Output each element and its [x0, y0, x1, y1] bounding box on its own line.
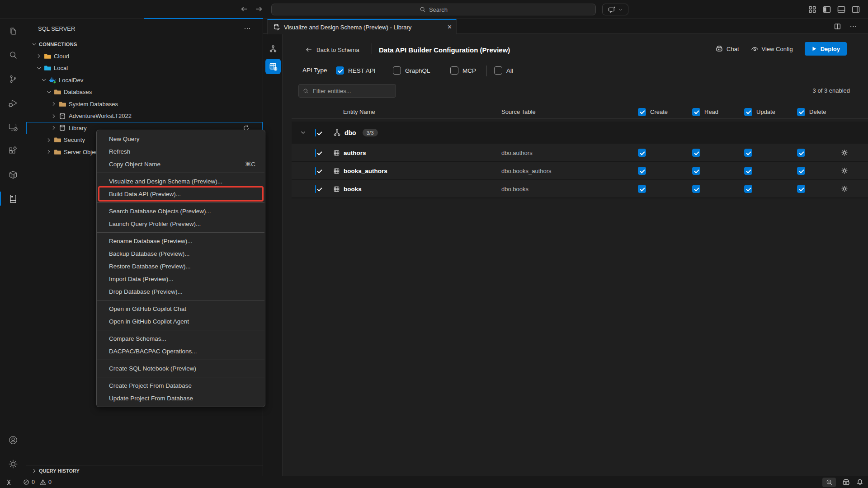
- delete-all-checkbox[interactable]: [797, 108, 805, 116]
- books-create-checkbox[interactable]: [638, 185, 646, 193]
- activity-explorer[interactable]: [0, 19, 26, 43]
- activity-run-debug[interactable]: [0, 91, 26, 115]
- all-checkbox[interactable]: [494, 66, 502, 75]
- connections-section-header[interactable]: CONNECTIONS: [26, 38, 263, 50]
- gear-icon[interactable]: [836, 149, 868, 156]
- chevron-right-icon: [45, 137, 52, 143]
- books-authors-create-checkbox[interactable]: [638, 167, 646, 175]
- authors-delete-checkbox[interactable]: [797, 149, 805, 157]
- mcp-option[interactable]: MCP: [450, 66, 476, 75]
- all-option[interactable]: All: [494, 66, 513, 75]
- menu-item-create-sql-notebook[interactable]: Create SQL Notebook (Preview): [97, 362, 265, 375]
- remote-indicator-icon[interactable]: [5, 479, 12, 486]
- split-editor-icon[interactable]: [834, 23, 841, 30]
- menu-item-open-copilot-agent[interactable]: Open in GitHub Copilot Agent: [97, 315, 265, 328]
- books-authors-update-checkbox[interactable]: [744, 167, 752, 175]
- chevron-down-icon[interactable]: [292, 129, 312, 136]
- books-delete-checkbox[interactable]: [797, 185, 805, 193]
- menu-item-launch-query-profiler[interactable]: Launch Query Profiler (Preview)...: [97, 217, 265, 230]
- menu-item-import-data[interactable]: Import Data (Preview)...: [97, 272, 265, 285]
- problems-indicator[interactable]: 0 0: [23, 479, 52, 485]
- tab-visualize-design-schema[interactable]: Visualize and Design Schema (Preview) - …: [267, 19, 457, 34]
- books-update-checkbox[interactable]: [744, 185, 752, 193]
- menu-item-new-query[interactable]: New Query: [97, 132, 265, 145]
- gear-icon[interactable]: [836, 167, 868, 174]
- data-api-builder-tool-icon[interactable]: [265, 59, 281, 74]
- back-to-schema-button[interactable]: Back to Schema: [305, 43, 359, 56]
- menu-item-compare-schemas[interactable]: Compare Schemas...: [97, 332, 265, 345]
- menu-item-search-database-objects[interactable]: Search Database Objects (Preview)...: [97, 205, 265, 217]
- mcp-checkbox[interactable]: [450, 66, 458, 75]
- gear-icon[interactable]: [836, 185, 868, 192]
- chat-button[interactable]: Chat: [715, 45, 739, 53]
- authors-update-checkbox[interactable]: [744, 149, 752, 157]
- schema-diagram-tool-icon[interactable]: [269, 45, 277, 53]
- toggle-secondary-sidebar-icon[interactable]: [851, 5, 860, 14]
- books-read-checkbox[interactable]: [692, 185, 700, 193]
- create-all-checkbox[interactable]: [638, 108, 646, 116]
- table-row-authors[interactable]: authors dbo.authors: [292, 144, 868, 162]
- tree-item-databases[interactable]: Databases: [26, 86, 263, 99]
- menu-item-dacpac-bacpac[interactable]: DACPAC/BACPAC Operations...: [97, 345, 265, 357]
- activity-account[interactable]: [0, 428, 26, 452]
- toggle-primary-sidebar-icon[interactable]: [822, 5, 831, 14]
- books-authors-read-checkbox[interactable]: [692, 167, 700, 175]
- activity-remote-explorer[interactable]: [0, 115, 26, 139]
- view-config-button[interactable]: View Config: [751, 45, 793, 53]
- notifications-bell-icon[interactable]: [856, 479, 863, 486]
- books-authors-delete-checkbox[interactable]: [797, 167, 805, 175]
- more-actions-icon[interactable]: [849, 23, 857, 30]
- rest-api-checkbox[interactable]: [336, 66, 344, 75]
- tree-item-localdev[interactable]: LocalDev: [26, 74, 263, 86]
- authors-checkbox[interactable]: [315, 149, 316, 157]
- dbo-checkbox[interactable]: [315, 129, 316, 136]
- close-icon[interactable]: ×: [448, 23, 452, 31]
- menu-item-drop-database[interactable]: Drop Database (Preview)...: [97, 285, 265, 298]
- schema-group-row-dbo[interactable]: dbo 3/3: [292, 122, 868, 144]
- authors-create-checkbox[interactable]: [638, 149, 646, 157]
- activity-source-control[interactable]: [0, 67, 26, 91]
- menu-item-create-project[interactable]: Create Project From Database: [97, 379, 265, 392]
- tree-item-local[interactable]: Local: [26, 62, 263, 75]
- table-row-books-authors[interactable]: books_authors dbo.books_authors: [292, 162, 868, 180]
- books-authors-checkbox[interactable]: [315, 167, 316, 175]
- deploy-button[interactable]: Deploy: [805, 42, 847, 56]
- activity-settings[interactable]: [0, 452, 26, 476]
- zoom-indicator[interactable]: [822, 478, 836, 487]
- graphql-checkbox[interactable]: [393, 66, 401, 75]
- filter-entities-input[interactable]: [312, 87, 393, 95]
- activity-search[interactable]: [0, 43, 26, 67]
- rest-api-option[interactable]: REST API: [336, 66, 376, 75]
- graphql-option[interactable]: GraphQL: [393, 66, 430, 75]
- menu-item-open-copilot-chat[interactable]: Open in GitHub Copilot Chat: [97, 302, 265, 315]
- menu-item-refresh[interactable]: Refresh: [97, 145, 265, 158]
- copilot-status-icon[interactable]: [842, 478, 850, 487]
- menu-item-copy-object-name[interactable]: Copy Object Name⌘C: [97, 158, 265, 170]
- menu-item-backup-database[interactable]: Backup Database (Preview)...: [97, 247, 265, 260]
- query-history-section-header[interactable]: QUERY HISTORY: [26, 465, 263, 476]
- menu-item-restore-database[interactable]: Restore Database (Preview)...: [97, 260, 265, 272]
- menu-item-rename-database[interactable]: Rename Database (Preview)...: [97, 235, 265, 247]
- authors-read-checkbox[interactable]: [692, 149, 700, 157]
- forward-arrow-icon[interactable]: [255, 5, 263, 13]
- copilot-chat-button[interactable]: [602, 4, 628, 15]
- menu-item-build-data-api[interactable]: Build Data API (Preview)...: [97, 188, 265, 200]
- activity-extensions[interactable]: [0, 139, 26, 163]
- back-arrow-icon[interactable]: [240, 5, 248, 13]
- update-all-checkbox[interactable]: [744, 108, 752, 116]
- filter-entities-field[interactable]: [298, 84, 396, 98]
- table-row-books[interactable]: books dbo.books: [292, 180, 868, 198]
- read-all-checkbox[interactable]: [692, 108, 700, 116]
- activity-sql-server[interactable]: [0, 187, 26, 211]
- toggle-panel-icon[interactable]: [837, 5, 846, 14]
- activity-containers[interactable]: [0, 163, 26, 187]
- tree-item-adventureworks[interactable]: AdventureWorksLT2022: [26, 110, 263, 122]
- menu-item-update-project[interactable]: Update Project From Database: [97, 392, 265, 404]
- tree-item-system-databases[interactable]: System Databases: [26, 98, 263, 110]
- tree-item-cloud[interactable]: Cloud: [26, 50, 263, 62]
- customize-layout-icon[interactable]: [808, 5, 817, 14]
- more-actions-icon[interactable]: [244, 25, 251, 32]
- books-checkbox[interactable]: [315, 185, 316, 193]
- command-center-search[interactable]: Search: [271, 4, 596, 15]
- menu-item-visualize-design-schema[interactable]: Visualize and Design Schema (Preview)...: [97, 175, 265, 188]
